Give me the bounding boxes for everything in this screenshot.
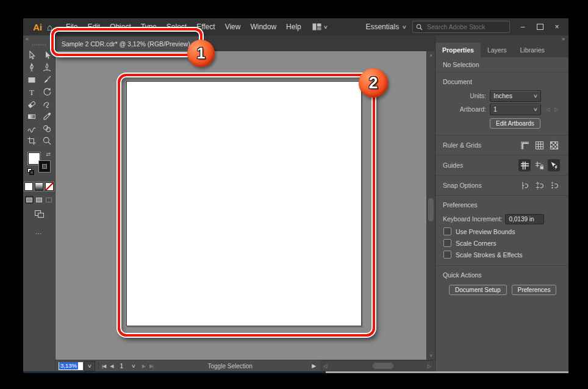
- show-grid-button[interactable]: [533, 139, 545, 151]
- first-artboard-button[interactable]: |◀: [102, 363, 106, 369]
- units-label: Units:: [436, 92, 490, 99]
- document-setup-button[interactable]: Document Setup: [449, 285, 507, 295]
- menu-select[interactable]: Select: [162, 23, 192, 31]
- fill-color-swatch[interactable]: [28, 152, 40, 165]
- tab-libraries[interactable]: Libraries: [513, 43, 551, 57]
- close-button[interactable]: ×: [550, 22, 564, 32]
- zoom-tool[interactable]: [41, 135, 53, 146]
- tab-properties[interactable]: Properties: [436, 43, 481, 57]
- quick-actions-title: Quick Actions: [436, 269, 568, 282]
- artboard-number-dropdown[interactable]: 1 ∨: [120, 363, 135, 369]
- keyboard-increment-input[interactable]: 0,0139 in: [505, 214, 544, 224]
- next-artboard-button[interactable]: ▶: [142, 363, 145, 369]
- artboard-dropdown[interactable]: 1 ∨: [490, 104, 541, 115]
- snap-to-point-button[interactable]: [518, 179, 531, 191]
- stroke-color-swatch[interactable]: [39, 161, 50, 172]
- none-button[interactable]: [45, 182, 54, 191]
- last-artboard-button[interactable]: ▶|: [149, 363, 153, 369]
- arrange-documents-button[interactable]: ∨: [312, 23, 328, 30]
- tab-layers[interactable]: Layers: [481, 43, 514, 57]
- menu-type[interactable]: Type: [136, 23, 162, 31]
- paintbrush-tool[interactable]: [41, 74, 53, 85]
- horizontal-scrollbar[interactable]: ◁ ▷: [321, 360, 434, 371]
- canvas[interactable]: 2 ∧ ∨: [56, 51, 435, 360]
- symbols-tool[interactable]: [41, 123, 53, 134]
- show-rulers-button[interactable]: [518, 139, 531, 151]
- snap-to-grid-button[interactable]: [533, 179, 545, 191]
- home-icon[interactable]: ⌂: [47, 22, 52, 32]
- document-tab[interactable]: Sample 2 CDR.cdr* @ 3,12% (RGB/Preview) …: [56, 37, 206, 51]
- direct-selection-tool[interactable]: [41, 49, 53, 61]
- eyedropper-tool[interactable]: [41, 110, 53, 122]
- type-tool[interactable]: T: [26, 86, 38, 98]
- snap-to-pixel-button[interactable]: [548, 179, 560, 191]
- maximize-button[interactable]: [533, 22, 547, 32]
- prev-artboard-icon[interactable]: ◁: [546, 107, 550, 112]
- scale-corners-checkbox[interactable]: [443, 239, 451, 247]
- previous-artboard-button[interactable]: ◀: [110, 363, 113, 369]
- scroll-down-icon[interactable]: ∨: [427, 353, 435, 358]
- menu-file[interactable]: File: [61, 23, 82, 31]
- scroll-left-icon[interactable]: ◁: [323, 363, 327, 369]
- draw-behind-button[interactable]: [35, 196, 43, 204]
- draw-normal-button[interactable]: [25, 196, 34, 204]
- menu-object[interactable]: Object: [105, 23, 136, 31]
- swap-fill-stroke-icon[interactable]: ⇄: [46, 151, 51, 157]
- expand-panel-icon[interactable]: »: [562, 36, 565, 42]
- rectangle-tool[interactable]: [26, 74, 38, 85]
- units-dropdown[interactable]: Inches ∨: [490, 90, 541, 102]
- screen-mode-button[interactable]: [34, 209, 45, 221]
- edit-toolbar-button[interactable]: …: [35, 228, 43, 235]
- document-section: Document Units: Inches ∨ Artboard: 1 ∨: [436, 73, 568, 135]
- artboard-number: 1: [120, 363, 123, 369]
- show-transparency-grid-button[interactable]: [548, 139, 560, 151]
- vertical-scrollbar[interactable]: ∧ ∨: [426, 51, 435, 360]
- pencil-tool[interactable]: [26, 123, 38, 134]
- menu-view[interactable]: View: [220, 23, 246, 31]
- chevron-down-icon: ∨: [323, 24, 328, 30]
- menu-edit[interactable]: Edit: [82, 23, 105, 31]
- show-guides-button[interactable]: [518, 159, 531, 171]
- pen-tool[interactable]: [26, 62, 38, 73]
- default-fill-stroke-icon[interactable]: [27, 168, 34, 175]
- gradient-button[interactable]: [35, 182, 43, 191]
- scroll-up-icon[interactable]: ∧: [427, 53, 435, 58]
- lock-guides-button[interactable]: [533, 159, 545, 171]
- scroll-right-icon[interactable]: ▷: [428, 363, 431, 369]
- shaper-tool[interactable]: [41, 98, 53, 110]
- edit-artboards-button[interactable]: Edit Artboards: [490, 118, 540, 129]
- dock-grip-handle[interactable]: [32, 44, 46, 46]
- menu-effect[interactable]: Effect: [192, 23, 220, 31]
- quick-actions-section: Quick Actions Document Setup Preferences: [436, 266, 568, 300]
- window-bottom-edge: [23, 371, 568, 373]
- draw-inside-button[interactable]: [45, 196, 53, 204]
- scale-strokes-effects-checkbox[interactable]: [443, 251, 451, 259]
- minimize-button[interactable]: –: [516, 22, 529, 32]
- workspace-switcher[interactable]: Essentials ∨: [365, 23, 406, 31]
- menu-help[interactable]: Help: [281, 23, 306, 31]
- preferences-button[interactable]: Preferences: [512, 285, 557, 295]
- next-artboard-icon[interactable]: ▷: [554, 107, 558, 112]
- horizontal-scroll-thumb[interactable]: [373, 363, 393, 369]
- search-input[interactable]: [426, 23, 495, 31]
- document-tab-title: Sample 2 CDR.cdr* @ 3,12% (RGB/Preview): [62, 40, 190, 48]
- color-button[interactable]: [24, 182, 33, 191]
- selection-tool[interactable]: [26, 49, 38, 61]
- adobe-stock-search[interactable]: [412, 21, 510, 33]
- gradient-tool[interactable]: [26, 110, 38, 122]
- artboard-tool[interactable]: [26, 135, 38, 146]
- smart-guides-button[interactable]: [548, 159, 560, 171]
- zoom-level-input[interactable]: 3,13%: [59, 362, 83, 370]
- vertical-scroll-thumb[interactable]: [428, 198, 434, 221]
- curvature-tool[interactable]: [41, 62, 53, 73]
- artboard-page[interactable]: [126, 81, 362, 326]
- use-preview-bounds-checkbox[interactable]: [443, 227, 451, 235]
- fill-stroke-control: ⇄: [26, 151, 52, 178]
- status-menu-arrow-icon[interactable]: ▶: [312, 363, 316, 369]
- menu-window[interactable]: Window: [245, 23, 281, 31]
- eraser-tool[interactable]: [26, 98, 38, 110]
- zoom-dropdown-button[interactable]: ∨: [84, 361, 95, 371]
- rotate-tool[interactable]: [41, 86, 53, 98]
- guides-row: Guides: [436, 155, 568, 176]
- collapse-dock-button[interactable]: «: [23, 35, 29, 42]
